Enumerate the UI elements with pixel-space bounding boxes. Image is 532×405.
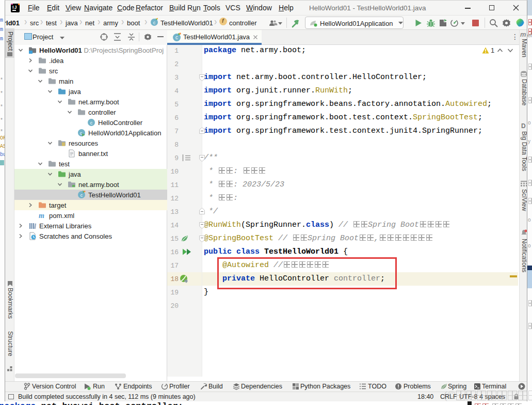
svg-text:c: c <box>80 193 83 198</box>
svg-text:m: m <box>39 212 44 220</box>
svg-text:c: c <box>90 120 93 126</box>
svg-text:c: c <box>175 35 178 40</box>
svg-text:c: c <box>153 20 156 25</box>
